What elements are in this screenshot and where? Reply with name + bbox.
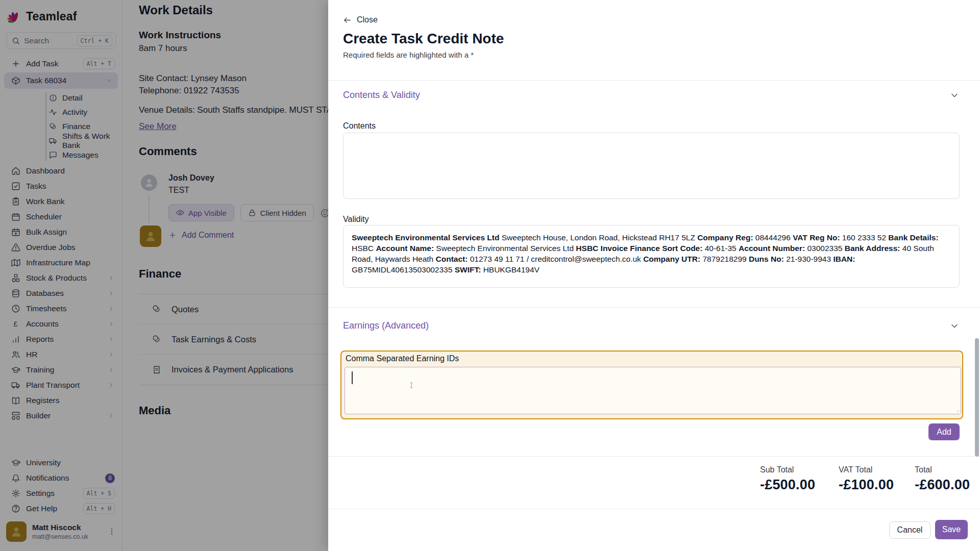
save-button[interactable]: Save: [935, 520, 968, 539]
section-label: Earnings (Advanced): [343, 320, 429, 331]
total-column: Total -£600.00: [915, 465, 980, 493]
validity-box: Sweeptech Environmental Services Ltd Swe…: [343, 225, 960, 288]
modal-overlay[interactable]: [0, 0, 328, 551]
vat-total-column: VAT Total -£100.00: [839, 465, 920, 493]
screen: Teamleaf Search Ctrl + K Add Task Alt + …: [0, 0, 980, 551]
divider: [328, 509, 980, 509]
close-label: Close: [357, 15, 378, 24]
section-label: Contents & Validity: [343, 90, 420, 101]
arrow-left-icon: [343, 16, 352, 24]
create-task-credit-note-panel: Close Create Task Credit Note Required f…: [328, 0, 980, 551]
earning-ids-label: Comma Separated Earning IDs: [346, 354, 459, 363]
text-caret: [352, 371, 353, 384]
resize-grip-icon[interactable]: [954, 408, 960, 413]
validity-label: Validity: [343, 215, 369, 224]
vat-total-value: -£100.00: [839, 477, 920, 493]
total-label: Total: [915, 465, 980, 474]
subtotal-label: Sub Total: [760, 465, 842, 474]
divider: [328, 80, 980, 81]
contents-label: Contents: [343, 121, 376, 131]
subtotal-column: Sub Total -£500.00: [760, 465, 842, 493]
panel-scrollbar-thumb[interactable]: [975, 338, 979, 457]
vat-total-label: VAT Total: [839, 465, 920, 474]
chevron-down-icon: [949, 321, 960, 331]
validity-text: Sweeptech Environmental Services Ltd Swe…: [344, 226, 959, 282]
divider: [328, 307, 980, 308]
earning-ids-textarea[interactable]: [345, 367, 961, 414]
panel-title: Create Task Credit Note: [343, 31, 504, 47]
section-earnings-advanced[interactable]: Earnings (Advanced): [343, 320, 960, 331]
panel-subtitle: Required fields are highlighted with a *: [343, 51, 474, 59]
divider: [328, 456, 980, 457]
ibeam-cursor-icon: [407, 380, 415, 391]
section-contents-validity[interactable]: Contents & Validity: [343, 90, 960, 101]
cancel-button[interactable]: Cancel: [889, 521, 930, 539]
total-value: -£600.00: [915, 477, 980, 493]
earning-ids-field-wrapper: Comma Separated Earning IDs: [340, 350, 963, 419]
subtotal-value: -£500.00: [760, 477, 842, 493]
add-button[interactable]: Add: [928, 423, 960, 440]
chevron-down-icon: [949, 90, 960, 101]
close-button[interactable]: Close: [343, 15, 378, 24]
contents-textarea[interactable]: [343, 133, 960, 199]
